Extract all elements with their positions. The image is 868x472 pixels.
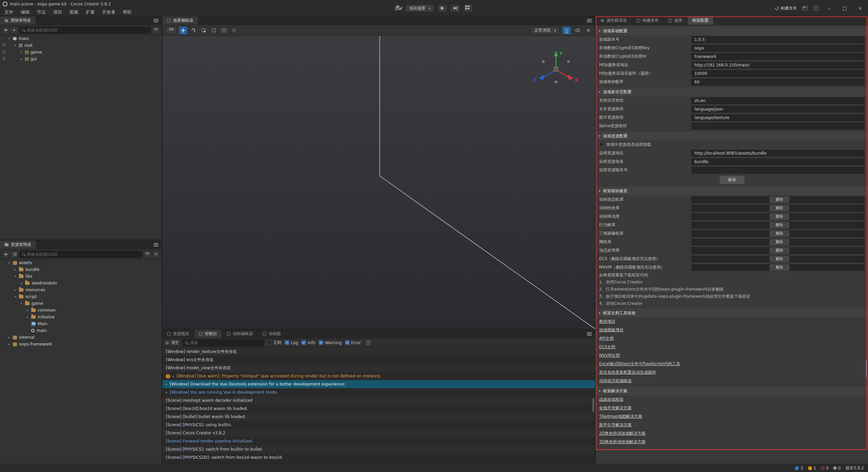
delete-button[interactable]: 删除 [770,248,789,254]
solution-link[interactable]: 3D角色扮演游戏解决方案 [599,439,646,445]
log-checkbox[interactable]: ✓ [285,340,289,345]
doc-link[interactable]: 游戏模板项目 [599,327,624,333]
hierarchy-search-input[interactable] [27,28,148,33]
pivot-tool-button[interactable] [230,27,238,34]
orientation-gizmo[interactable]: Y X Z [531,49,581,90]
lock-icon[interactable] [2,44,5,46]
asset-row-initialize[interactable]: ▸ initialize [0,314,162,320]
delete-button[interactable]: 删除 [770,197,789,203]
asset-row-libs[interactable]: ▾ libs [0,273,162,280]
delete-button[interactable]: 删除 [770,205,789,211]
asset-row-seedrandom[interactable]: ▸ seedrandom [0,280,162,287]
caret-right-icon[interactable]: ▸ [20,281,23,285]
asset-row-common[interactable]: ▸ common [0,307,162,314]
menu-help[interactable]: 帮助 [119,9,135,15]
tab-property-inspector[interactable]: ⚙ 属性检查器 [596,16,632,25]
node-row-root[interactable]: ▾ root [0,42,162,49]
log-row-info[interactable]: [Scene] Forward render pipeline initiali… [162,437,595,445]
doc-link[interactable]: Excel格式转Json文件与TypeScript代码工具 [599,361,680,367]
delete-button[interactable]: 删除 [770,231,789,237]
caret-right-icon[interactable]: ▸ [20,51,23,54]
scene-viewport[interactable]: Y X Z [162,36,595,329]
scene-menu-icon[interactable] [587,20,592,21]
languages-input[interactable] [691,97,865,104]
console-scrollbar[interactable] [592,398,594,412]
caret-right-icon[interactable]: ▸ [20,57,23,61]
asset-row-assets[interactable]: ▾ assets [0,259,162,266]
menu-extension[interactable]: 扩展 [82,9,98,15]
info-checkbox[interactable]: ✓ [301,340,306,345]
log-row-info[interactable]: ▸ [Window] You are running Vue in develo… [162,388,595,396]
doc-link[interactable]: 教程项目 [599,319,615,324]
node-row-main[interactable]: ▾ main [0,35,162,42]
log-row[interactable]: [Scene] [box2d]:box2d wasm lib loaded. [162,405,595,413]
view-mode-select[interactable]: 正常浏览 ▾ [531,27,560,34]
caret-down-icon[interactable]: ▾ [20,302,23,305]
rect-tool-button[interactable] [210,27,218,34]
expand-icon[interactable]: ▸ [166,391,167,394]
collapse-all-button[interactable] [11,251,18,258]
caret-down-icon[interactable]: ▾ [14,295,17,298]
filter-log[interactable]: ✓ Log [285,340,298,345]
warning-counter[interactable]: 1 [808,466,816,471]
doc-link[interactable]: MVVM文档 [599,353,620,358]
asset-row-game[interactable]: ▾ game [0,300,162,307]
filter-error[interactable]: ✓ Error [345,340,361,345]
menu-file[interactable]: 文件 [1,9,17,15]
filter-warning[interactable]: ✓ Warning [319,340,341,345]
log-row[interactable]: [Scene] Cocos Creator v3.8.2 [162,429,595,437]
spine-path-input[interactable] [691,123,865,130]
menu-project[interactable]: 项目 [50,9,66,15]
delete-button[interactable]: 删除 [770,239,789,245]
delete-button[interactable]: 删除 [770,264,789,271]
remote-url-input[interactable] [691,150,865,157]
text-path-input[interactable] [691,106,865,113]
toggle-3d-button[interactable]: 3D [165,27,177,34]
create-node-caret[interactable]: ▾ [11,27,18,34]
fps-input[interactable] [691,79,865,85]
hierarchy-filter-button[interactable] [153,27,159,34]
section-i18n-config[interactable]: ▾ 游戏多语言配置 [596,87,868,96]
doc-link[interactable]: 动画状态机编辑器 [599,378,632,384]
camera-preview-button[interactable] [573,27,581,34]
menu-panel[interactable]: 面板 [66,9,82,15]
game-version-input[interactable] [691,36,865,43]
lock-icon[interactable] [2,58,5,60]
asset-row-resources[interactable]: ▸ resources [0,287,162,293]
caret-down-icon[interactable]: ▾ [14,44,17,47]
asset-row-main-ts[interactable]: TS Main [0,320,162,327]
doc-link[interactable]: 原生包热更新配置自动生成插件 [599,370,656,375]
menu-developer[interactable]: 开发者 [98,9,119,15]
build-publish-button[interactable]: 构建发布 [775,5,797,11]
node-row-gui[interactable]: ▸ gui [0,56,162,62]
tab-build-publish[interactable]: 构建发布 [632,16,664,25]
move-tool-button[interactable] [179,27,187,34]
layout-button[interactable] [463,4,473,12]
tab-service[interactable]: 服务 [664,16,688,25]
create-node-button[interactable] [2,27,9,34]
crypto-key-input[interactable] [691,45,865,52]
assets-filter-button[interactable] [144,251,151,258]
step-button[interactable] [451,4,460,12]
tab-scene-editor[interactable]: 场景编辑器 [162,16,198,25]
filter-info[interactable]: ✓ Info [301,340,315,345]
tab-console[interactable]: 控制台 [194,330,222,338]
solution-link[interactable]: Tiledmap地图解决方案 [599,414,642,419]
crypto-iv-input[interactable] [691,53,865,60]
solution-link[interactable]: 战旗游戏框架 [599,397,624,402]
remote-load-checkbox[interactable] [599,142,604,147]
anchor-tool-button[interactable] [220,27,228,34]
log-row[interactable]: [Scene] meshopt wasm decoder initialized [162,396,595,405]
log-row[interactable]: [Window] model_view文件夹存在 [162,364,595,372]
console-search-input[interactable] [190,340,261,345]
node-row-game[interactable]: ▸ game [0,49,162,56]
delete-button[interactable]: 删除 [770,222,789,228]
section-solutions[interactable]: ▾ 框架解决方案 [596,387,868,395]
doc-link[interactable]: API文档 [599,336,614,341]
tab-asset-preview[interactable]: 资源预览 [162,330,194,338]
error-counter[interactable]: 0 [821,466,829,471]
menu-edit[interactable]: 编辑 [17,9,33,15]
error-checkbox[interactable]: ✓ [345,340,350,345]
section-doc-links[interactable]: ▾ 框架文档工具链接 [596,309,868,317]
rotate-tool-button[interactable] [189,27,197,34]
